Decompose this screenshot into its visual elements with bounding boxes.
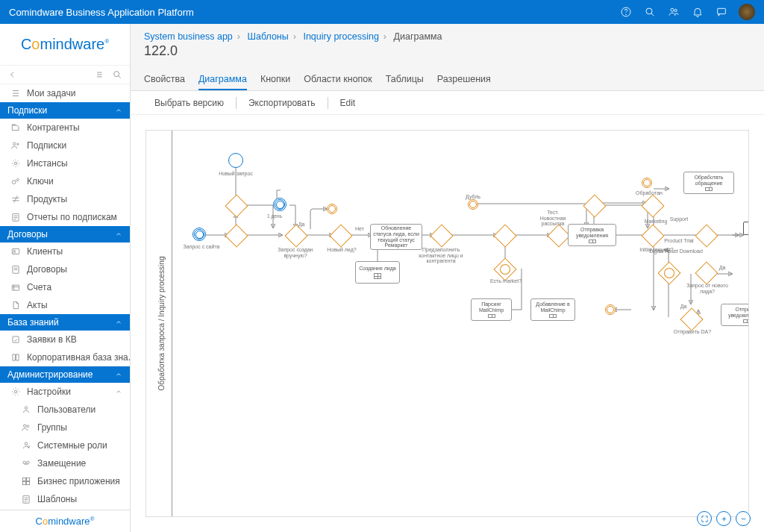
breadcrumb: System business app› Шаблоны› Inquiry pr… — [144, 31, 751, 42]
diagram-canvas[interactable]: Обработка запроса / Inquiry processing — [145, 130, 749, 517]
sidebar-item[interactable]: Подписки — [0, 137, 130, 154]
search-icon[interactable] — [643, 5, 657, 19]
crumb-link[interactable]: Inquiry processing — [303, 31, 378, 42]
workpane: Выбрать версию Экспортировать Edit Обраб… — [131, 91, 764, 532]
node-label: Новый лид? — [319, 247, 364, 253]
sidebar-item[interactable]: Счета — [0, 278, 130, 296]
sidebar-item[interactable]: Акты — [0, 296, 130, 314]
tabbar: Свойства Диаграмма Кнопки Области кнопок… — [131, 69, 764, 91]
sidebar-item[interactable]: Бизнес приложения — [0, 472, 130, 490]
start-event[interactable] — [228, 153, 243, 168]
sidebar-tools — [0, 65, 130, 84]
sidebar-item[interactable]: Замещение — [0, 454, 130, 472]
sidebar-item[interactable]: Ключи — [0, 172, 130, 190]
sidebar-item[interactable]: Контрагенты — [0, 119, 130, 137]
edge-label: Digital Asset Download — [646, 248, 706, 254]
node-label: Запрос создан вручную? — [273, 247, 318, 258]
sidebar-item[interactable]: Корпоративная база зна... — [0, 348, 130, 366]
sidebar-group-admin[interactable]: Администрирование — [0, 366, 130, 383]
action-row: Выбрать версию Экспортировать Edit — [131, 91, 764, 115]
crumb-link[interactable]: System business app — [144, 31, 233, 42]
sidebar-search-icon[interactable] — [112, 69, 122, 80]
users-icon[interactable] — [667, 5, 680, 19]
edge-label: Да — [294, 222, 309, 228]
timer-event[interactable] — [273, 198, 286, 211]
intermediate-event[interactable] — [642, 178, 652, 188]
zoom-in-icon[interactable] — [716, 511, 731, 526]
svg-point-24 — [27, 461, 30, 464]
start-event-message[interactable] — [192, 228, 206, 241]
svg-point-21 — [25, 442, 28, 445]
sidebar-my-tasks[interactable]: Мои задачи — [0, 84, 130, 102]
sidebar-item[interactable]: Пользователи — [0, 401, 130, 419]
chat-icon[interactable] — [715, 5, 728, 19]
svg-point-13 — [13, 250, 15, 251]
svg-rect-27 — [22, 482, 25, 485]
tab-buttons[interactable]: Кнопки — [260, 69, 290, 90]
zoom-out-icon[interactable] — [736, 511, 751, 526]
svg-point-4 — [674, 9, 677, 11]
sidebar-item[interactable]: Заявки в КВ — [0, 331, 130, 348]
edit-button[interactable]: Edit — [330, 95, 366, 111]
svg-point-18 — [25, 407, 28, 410]
edge-label: Да — [715, 265, 730, 271]
svg-point-20 — [27, 425, 29, 428]
sidebar-group-contracts[interactable]: Договоры — [0, 226, 130, 242]
svg-rect-15 — [12, 285, 19, 290]
svg-point-17 — [14, 390, 17, 393]
task[interactable]: Обработать обращение — [683, 172, 734, 194]
intermediate-event[interactable] — [327, 204, 337, 214]
list-toggle-icon[interactable] — [94, 69, 104, 80]
footer-logo: Comindware® — [0, 510, 130, 532]
intermediate-event[interactable] — [468, 199, 478, 210]
sidebar: Comindware® Мои задачи Подписки Контраге… — [0, 24, 131, 532]
sidebar-group-kb[interactable]: База знаний — [0, 314, 130, 331]
svg-point-3 — [671, 8, 674, 11]
help-icon[interactable] — [619, 5, 633, 19]
topbar: Comindware Business Application Platform — [0, 0, 764, 24]
user-task[interactable] — [743, 222, 749, 235]
node-label: Дубль — [458, 194, 488, 200]
sidebar-item[interactable]: Системные роли — [0, 436, 130, 454]
intermediate-event[interactable] — [605, 304, 616, 315]
svg-point-2 — [646, 8, 652, 14]
task[interactable]: Парсинг MailChimp — [471, 298, 512, 321]
back-icon[interactable] — [7, 69, 18, 80]
node-label: Обработан — [627, 190, 671, 196]
tab-properties[interactable]: Свойства — [144, 69, 185, 90]
tab-permissions[interactable]: Разрешения — [437, 69, 491, 90]
tab-tables[interactable]: Таблицы — [386, 69, 424, 90]
sidebar-settings[interactable]: Настройки — [0, 383, 130, 401]
sidebar-item[interactable]: Шаблоны — [0, 490, 130, 508]
choose-version-button[interactable]: Выбрать версию — [144, 95, 234, 111]
svg-point-6 — [114, 72, 119, 77]
task[interactable]: Создание лида — [355, 261, 400, 284]
sidebar-group-subscriptions[interactable]: Подписки — [0, 102, 130, 119]
svg-point-19 — [24, 425, 27, 428]
bell-icon[interactable] — [691, 5, 704, 19]
sidebar-item[interactable]: Инстансы — [0, 154, 130, 172]
crumb-current: Диаграмма — [394, 31, 442, 42]
svg-point-9 — [14, 162, 17, 165]
node-label: Отправить DA? — [670, 329, 715, 335]
sidebar-item[interactable]: Договоры — [0, 260, 130, 278]
sidebar-item[interactable]: Группы — [0, 419, 130, 436]
avatar[interactable] — [739, 4, 755, 20]
crumb-link[interactable]: Шаблоны — [247, 31, 288, 42]
svg-point-10 — [12, 181, 16, 184]
task[interactable]: Отправка уведомления D — [721, 304, 749, 326]
tab-diagram[interactable]: Диаграмма — [198, 69, 247, 90]
svg-rect-28 — [27, 482, 30, 485]
fit-icon[interactable] — [697, 511, 712, 526]
task[interactable]: Добавление в MailChimp — [530, 298, 575, 321]
svg-point-7 — [13, 143, 16, 145]
diagram-controls — [697, 511, 751, 526]
task[interactable]: Отправка уведомления — [568, 224, 616, 246]
task[interactable]: Обновление статуса лида, если текущий ст… — [370, 224, 422, 250]
sidebar-item[interactable]: Отчеты по подпискам — [0, 208, 130, 226]
content: System business app› Шаблоны› Inquiry pr… — [131, 24, 764, 532]
sidebar-item[interactable]: Продукты — [0, 190, 130, 208]
export-button[interactable]: Экспортировать — [238, 95, 326, 111]
sidebar-item[interactable]: Клиенты — [0, 242, 130, 260]
tab-button-areas[interactable]: Области кнопок — [304, 69, 372, 90]
